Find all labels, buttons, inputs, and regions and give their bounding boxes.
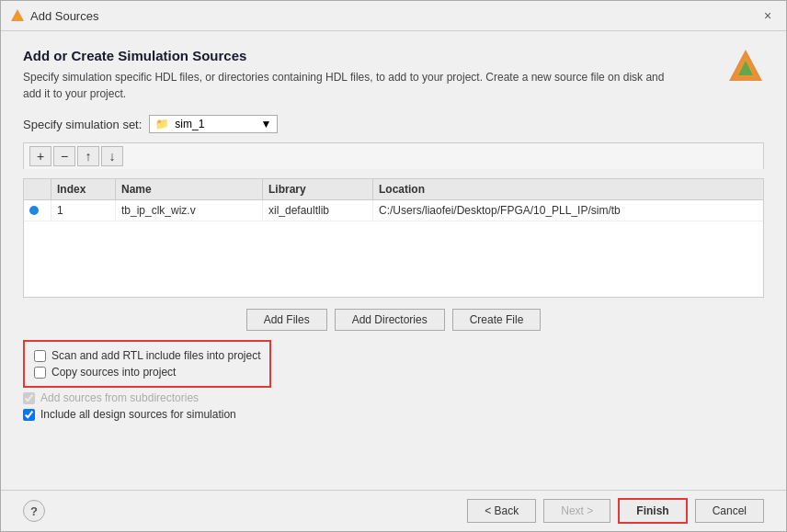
scan-rtl-option[interactable]: Scan and add RTL include files into proj… — [34, 349, 260, 362]
row-name: tb_ip_clk_wiz.v — [116, 200, 263, 221]
table-header: Index Name Library Location — [24, 179, 763, 200]
sim-set-label: Specify simulation set: — [23, 118, 142, 131]
vivado-title-icon — [10, 8, 25, 23]
col-header-library: Library — [263, 179, 373, 199]
add-subdirs-label: Add sources from subdirectories — [40, 391, 199, 404]
footer-left: ? — [23, 500, 45, 522]
finish-button[interactable]: Finish — [618, 498, 687, 524]
col-header-indicator — [24, 179, 51, 199]
sim-set-row: Specify simulation set: 📁 sim_1 ▼ — [23, 115, 764, 133]
include-design-sources-label: Include all design sources for simulatio… — [40, 408, 236, 421]
col-header-location: Location — [373, 179, 763, 199]
col-header-name: Name — [116, 179, 263, 199]
row-indicator — [24, 200, 51, 221]
add-directories-button[interactable]: Add Directories — [335, 309, 445, 331]
include-design-sources-option[interactable]: Include all design sources for simulatio… — [23, 408, 764, 421]
copy-sources-option[interactable]: Copy sources into project — [34, 366, 260, 379]
create-file-button[interactable]: Create File — [452, 309, 542, 331]
copy-sources-label: Copy sources into project — [51, 366, 176, 379]
row-library: xil_defaultlib — [263, 200, 373, 221]
title-bar-left: Add Sources — [10, 8, 98, 23]
vivado-logo-icon — [727, 48, 764, 85]
move-up-button[interactable]: ↑ — [77, 146, 99, 166]
col-header-index: Index — [51, 179, 116, 199]
next-button[interactable]: Next > — [543, 499, 610, 523]
dropdown-arrow-icon: ▼ — [260, 118, 271, 130]
sim-set-value: sim_1 — [175, 118, 204, 130]
dialog-description: Specify simulation specific HDL files, o… — [23, 69, 685, 102]
cancel-button[interactable]: Cancel — [695, 499, 764, 523]
scan-rtl-label: Scan and add RTL include files into proj… — [51, 349, 260, 362]
include-design-sources-checkbox[interactable] — [23, 409, 35, 421]
dialog-title: Add Sources — [30, 9, 98, 23]
add-file-button[interactable]: + — [29, 146, 51, 166]
move-down-button[interactable]: ↓ — [101, 146, 123, 166]
remove-file-button[interactable]: − — [53, 146, 75, 166]
action-buttons: Add Files Add Directories Create File — [23, 309, 764, 331]
dialog-footer: ? < Back Next > Finish Cancel — [1, 490, 786, 531]
scan-rtl-checkbox[interactable] — [34, 350, 46, 362]
add-sources-dialog: Add Sources × Add or Create Simulation S… — [0, 0, 787, 532]
header-section: Add or Create Simulation Sources Specify… — [23, 48, 764, 102]
options-highlighted: Scan and add RTL include files into proj… — [23, 340, 271, 388]
sources-table: Index Name Library Location 1 tb_ip_clk_… — [23, 178, 764, 298]
footer-right: < Back Next > Finish Cancel — [467, 498, 764, 524]
sim-set-folder-icon: 📁 — [155, 118, 169, 130]
row-location: C:/Users/liaofei/Desktop/FPGA/10_PLL_IP/… — [373, 200, 763, 221]
table-row[interactable]: 1 tb_ip_clk_wiz.v xil_defaultlib C:/User… — [24, 200, 763, 221]
sim-set-dropdown[interactable]: 📁 sim_1 ▼ — [149, 115, 278, 133]
add-files-button[interactable]: Add Files — [246, 309, 327, 331]
options-section: Scan and add RTL include files into proj… — [23, 340, 764, 421]
dialog-heading: Add or Create Simulation Sources — [23, 48, 685, 63]
file-toolbar: + − ↑ ↓ — [23, 142, 764, 169]
add-subdirs-checkbox — [23, 392, 35, 404]
row-index: 1 — [51, 200, 116, 221]
add-subdirs-option: Add sources from subdirectories — [23, 391, 764, 404]
close-button[interactable]: × — [758, 6, 777, 25]
help-button[interactable]: ? — [23, 500, 45, 522]
copy-sources-checkbox[interactable] — [34, 367, 46, 379]
dialog-content: Add or Create Simulation Sources Specify… — [1, 31, 786, 490]
status-dot — [29, 206, 39, 215]
back-button[interactable]: < Back — [467, 499, 536, 523]
header-text: Add or Create Simulation Sources Specify… — [23, 48, 685, 102]
title-bar: Add Sources × — [1, 1, 786, 31]
